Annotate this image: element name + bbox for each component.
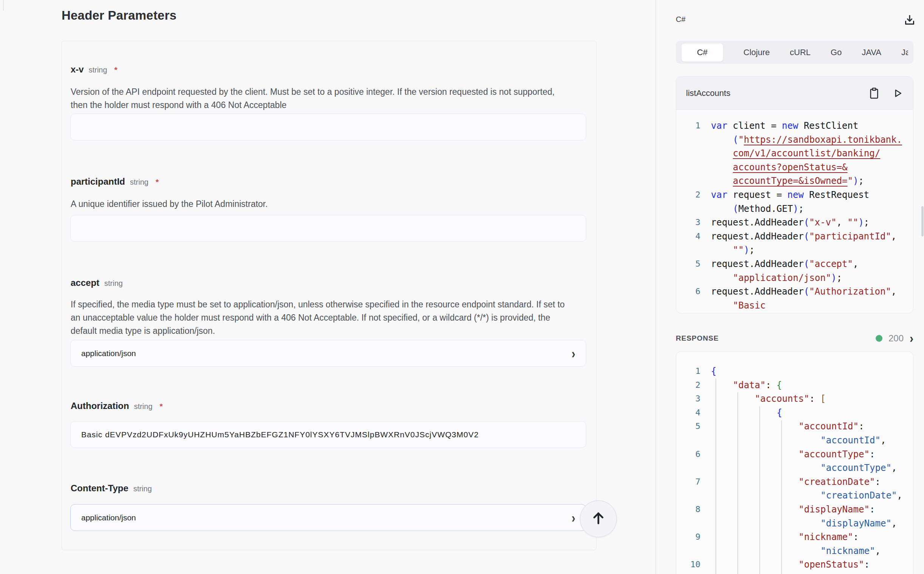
page-title: Header Parameters (62, 8, 177, 23)
page-scrollbar-thumb[interactable] (921, 206, 924, 237)
chevron-right-icon: › (910, 332, 913, 345)
json-line: 6"accountType": (679, 448, 910, 462)
json-line-wrap: "creationDate", (679, 489, 910, 503)
code-sample-body: 1var client = new RestClient("https://sa… (676, 110, 913, 312)
code-line-wrap: ("https://sandboxapi.tonikbank. (679, 133, 910, 147)
panel-divider (655, 0, 656, 574)
field-value: application/json (81, 349, 136, 358)
param-type: string (134, 402, 153, 411)
line-number: 2 (679, 188, 700, 202)
line-number: 3 (679, 216, 700, 230)
field-value: Basic dEVPVzd2UDFxUk9yUHZHUm5YaHBZbEFGZ1… (81, 430, 479, 439)
json-line-wrap: "nickname", (679, 544, 910, 558)
response-body-card: 1{2"data": {3"accounts": [4{5"accountId"… (676, 351, 913, 574)
param-name: x-v (71, 64, 84, 75)
param-description: A unique identifier issued by the Pilot … (71, 197, 573, 211)
line-number: 5 (679, 419, 700, 434)
json-line: 9"nickname": (679, 530, 910, 544)
code-line-wrap: (Method.GET); (679, 202, 910, 216)
line-number (679, 133, 700, 147)
line-number: 2 (679, 378, 700, 393)
up-arrow-icon (591, 510, 606, 528)
line-number (679, 243, 700, 257)
tab-go[interactable]: Go (831, 47, 842, 57)
response-header-row: RESPONSE 200 › (676, 331, 913, 346)
json-line: 2"data": { (679, 378, 910, 393)
code-line: 1var client = new RestClient (679, 119, 910, 133)
tab-javascript[interactable]: JavaScript (901, 47, 908, 57)
tab-clojure[interactable]: Clojure (744, 47, 770, 57)
input-x-v[interactable] (70, 114, 586, 140)
param-name: Content-Type (71, 483, 128, 494)
json-line: 7"creationDate": (679, 475, 910, 489)
indent-guide (759, 406, 760, 574)
param-type: string (104, 279, 123, 288)
json-line: 1{ (679, 364, 910, 378)
code-line-wrap: com/v1/accountlist/banking/ (679, 147, 910, 161)
scroll-to-top-button[interactable] (580, 500, 617, 538)
code-line: 4request.AddHeader("participantId", (679, 230, 910, 244)
tab-curl[interactable]: cURL (790, 47, 811, 57)
code-line: 2var request = new RestRequest (679, 188, 910, 202)
line-number (679, 489, 700, 503)
line-number (679, 544, 700, 558)
play-icon[interactable] (892, 88, 903, 99)
line-number (679, 271, 700, 285)
param-type: string (89, 66, 107, 74)
response-label: RESPONSE (676, 334, 719, 342)
clipboard-icon[interactable] (869, 87, 880, 99)
code-line: 5request.AddHeader("accept", (679, 257, 910, 271)
line-number (679, 161, 700, 175)
code-line-wrap: accounts?openStatus=& (679, 161, 910, 175)
line-number: 10 (679, 558, 700, 572)
json-line: 3"accounts": [ (679, 392, 910, 406)
required-asterisk: * (156, 178, 159, 186)
api-docs-screen: Header Parameters x-vstring*Version of t… (0, 0, 924, 574)
code-sample-card: listAccounts 1var client = new RestClien… (676, 76, 913, 314)
line-number: 3 (679, 392, 700, 406)
status-code: 200 (888, 333, 903, 344)
param-description: Version of the API endpoint requested by… (71, 85, 573, 112)
tab-c-[interactable]: C# (681, 43, 723, 62)
header-parameters-panel: x-vstring*Version of the API endpoint re… (62, 41, 597, 550)
param-name: accept (71, 278, 100, 288)
code-line-wrap: accountType=&isOwned="); (679, 174, 910, 188)
param-type: string (130, 178, 148, 186)
language-tabs: C#ClojurecURLGoJAVAJavaScript (676, 41, 913, 64)
line-number (679, 434, 700, 448)
field-value: application/json (81, 513, 136, 522)
line-number (679, 517, 700, 531)
operation-name: listAccounts (686, 88, 730, 98)
param-name: participantId (71, 177, 125, 187)
code-line-wrap: "Basic (679, 299, 910, 313)
select-content-type[interactable]: application/json› (70, 504, 586, 531)
chevron-right-icon: › (572, 347, 575, 360)
selected-language-label: C# (676, 15, 913, 24)
line-number (679, 174, 700, 188)
indent-guide (781, 420, 782, 574)
line-number: 6 (679, 448, 700, 462)
required-asterisk: * (160, 402, 163, 411)
response-status[interactable]: 200 › (876, 333, 913, 344)
json-line: 4{ (679, 406, 910, 420)
line-number (679, 147, 700, 161)
field-label-content-type: Content-Typestring (71, 483, 588, 494)
code-line-wrap: "application/json"); (679, 271, 910, 285)
select-accept[interactable]: application/json› (70, 340, 586, 367)
field-label-accept: acceptstring (71, 278, 588, 288)
tab-java[interactable]: JAVA (862, 47, 881, 57)
line-number: 4 (679, 230, 700, 244)
input-participantid[interactable] (70, 215, 586, 242)
field-label-x-v: x-vstring* (71, 64, 588, 75)
input-authorization[interactable]: Basic dEVPVzd2UDFxUk9yUHZHUm5YaHBZbEFGZ1… (70, 421, 586, 448)
line-number: 9 (679, 530, 700, 544)
line-number: 7 (679, 475, 700, 489)
code-sample-header: listAccounts (676, 77, 913, 110)
line-number (679, 299, 700, 313)
json-line: 5"accountId": (679, 419, 910, 434)
chevron-right-icon: › (572, 511, 575, 524)
line-number: 4 (679, 406, 700, 420)
json-line: 10"openStatus": (679, 558, 910, 572)
line-number (679, 461, 700, 475)
download-icon[interactable] (903, 14, 916, 27)
